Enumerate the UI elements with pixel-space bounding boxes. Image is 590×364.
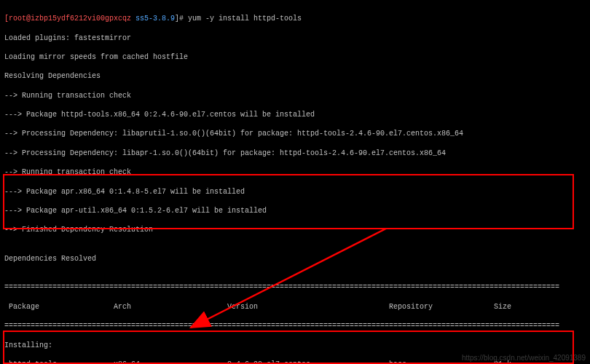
terminal-output: [root@izbp15ydf6212vi00gpxcqz ss5-3.8.9]… bbox=[0, 0, 590, 364]
output-line: --> Running transaction check bbox=[4, 91, 586, 100]
prompt-symbol: ]# bbox=[175, 15, 184, 23]
output-line: Dependencies Resolved bbox=[4, 254, 586, 264]
output-line: Loaded plugins: fastestmirror bbox=[4, 33, 586, 43]
prompt-user-host: [root@izbp15ydf6212vi00gpxcqz bbox=[4, 15, 131, 23]
output-line: ---> Package apr.x86_64 0:1.4.8-5.el7 wi… bbox=[4, 187, 586, 197]
output-line: Loading mirror speeds from cached hostfi… bbox=[4, 52, 586, 62]
table-header: Package Arch Version Repository Size bbox=[4, 302, 586, 312]
output-line: --> Finished Dependency Resolution bbox=[4, 225, 586, 234]
output-line: ---> Package apr-util.x86_64 0:1.5.2-6.e… bbox=[4, 206, 586, 215]
output-line: ---> Package httpd-tools.x86_64 0:2.4.6-… bbox=[4, 110, 586, 119]
command-text: yum -y install httpd-tools bbox=[188, 15, 302, 23]
output-line: Resolving Dependencies bbox=[4, 71, 586, 81]
rule-line: ========================================… bbox=[4, 321, 586, 331]
rule-line: ========================================… bbox=[4, 282, 586, 292]
prompt-line: [root@izbp15ydf6212vi00gpxcqz ss5-3.8.9]… bbox=[4, 14, 586, 23]
prompt-path: ss5-3.8.9 bbox=[135, 15, 175, 23]
output-line: --> Running transaction check bbox=[4, 167, 586, 177]
output-line: --> Processing Dependency: libaprutil-1.… bbox=[4, 129, 586, 138]
output-line: --> Processing Dependency: libapr-1.so.0… bbox=[4, 149, 586, 158]
watermark-text: https://blog.csdn.net/weixin_42091389 bbox=[462, 353, 586, 363]
table-row: Installing: bbox=[4, 341, 586, 350]
